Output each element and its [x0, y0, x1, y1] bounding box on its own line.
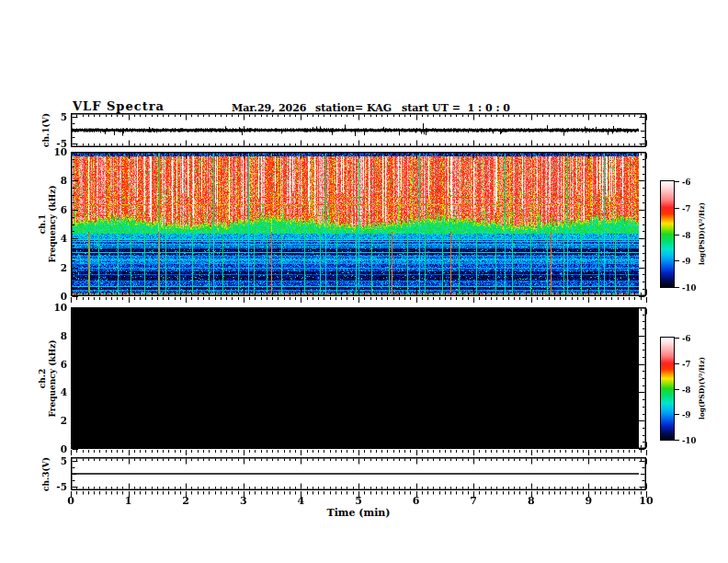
freq-tick-label: 0: [44, 291, 67, 302]
vlf-spectra-figure: VLF Spectra Mar.29, 2026 station= KAG st…: [0, 0, 728, 563]
figure-title: VLF Spectra: [73, 99, 165, 113]
freq-tick-label: 2: [44, 415, 67, 426]
colorbar-tick-label: -10: [682, 282, 704, 293]
freq-tick-label: 8: [44, 175, 67, 186]
time-axis-label: Time (min): [303, 507, 414, 519]
colorbar-tick-label: -6: [682, 333, 704, 344]
ch1-colorbar: [660, 180, 675, 288]
colorbar-tick-label: -7: [682, 359, 704, 370]
volt-tick-label: 5: [44, 455, 67, 466]
ch1-waveform-canvas: [72, 114, 639, 146]
ch2-spectrogram-nodata: [72, 308, 639, 448]
freq-tick-label: 4: [44, 386, 67, 397]
x-tick-label: 4: [291, 496, 310, 507]
ch2-spec-frequency-axis-label: Frequency (kHz): [48, 328, 58, 430]
x-tick-label: 2: [176, 496, 195, 507]
colorbar-tick-label: -8: [682, 230, 704, 241]
freq-tick-label: 0: [44, 443, 67, 454]
x-tick-label: 5: [349, 496, 368, 507]
freq-tick-label: 4: [44, 233, 67, 244]
freq-tick-label: 10: [44, 302, 67, 313]
volt-tick-label: -5: [44, 138, 67, 149]
ch1-spec-frequency-axis-label: Frequency (kHz): [48, 174, 58, 275]
x-tick-label: 1: [119, 496, 138, 507]
x-tick-label: 0: [62, 496, 80, 507]
ch2-colorbar: [660, 337, 675, 441]
x-tick-label: 8: [522, 496, 540, 507]
x-tick-label: 9: [579, 496, 597, 507]
x-tick-label: 3: [234, 496, 253, 507]
start-ut-label: start UT = 1 : 0 : 0: [402, 102, 510, 114]
colorbar-tick-label: -7: [682, 203, 704, 214]
colorbar-tick-label: -9: [682, 256, 704, 267]
x-tick-label: 10: [637, 496, 655, 507]
volt-tick-label: 5: [44, 111, 67, 122]
ch1-spectrogram-canvas: [72, 153, 639, 295]
colorbar-tick-label: -6: [682, 177, 704, 188]
x-tick-label: 7: [464, 496, 483, 507]
x-tick-label: 6: [407, 496, 426, 507]
volt-tick-label: -5: [44, 481, 67, 492]
ch3-waveform-canvas: [72, 458, 639, 489]
figure-date: Mar.29, 2026: [232, 102, 307, 114]
colorbar-tick-label: -9: [682, 409, 704, 420]
colorbar-tick-label: -10: [682, 435, 704, 446]
freq-tick-label: 6: [44, 204, 67, 215]
colorbar-tick-label: -8: [682, 385, 704, 396]
freq-tick-label: 8: [44, 330, 67, 341]
station-label: station= KAG: [315, 102, 392, 114]
freq-tick-label: 6: [44, 359, 67, 370]
freq-tick-label: 2: [44, 262, 67, 273]
